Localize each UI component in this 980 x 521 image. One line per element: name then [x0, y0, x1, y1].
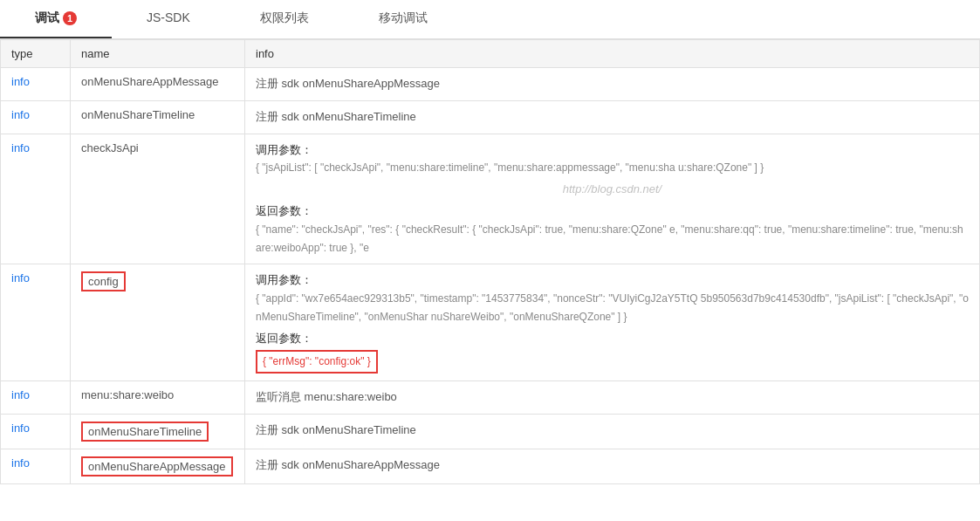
info-cell: 调用参数：{ "jsApiList": [ "checkJsApi", "men… — [245, 134, 980, 264]
info-cell: 调用参数：{ "appId": "wx7e654aec929313b5", "t… — [245, 264, 980, 380]
col-info: info — [245, 40, 980, 68]
type-cell: info — [1, 100, 71, 134]
table-header-row: type name info — [1, 40, 980, 68]
type-cell: info — [1, 264, 71, 380]
params-label: 调用参数： — [256, 143, 312, 156]
info-cell: 注册 sdk onMenuShareTimeline — [245, 414, 980, 449]
name-cell: onMenuShareTimeline — [71, 414, 245, 449]
table-row: infoonMenuShareAppMessage注册 sdk onMenuSh… — [1, 68, 980, 101]
return-highlight: { "errMsg": "config:ok" } — [256, 350, 378, 374]
col-type: type — [1, 40, 71, 68]
tab-permissions[interactable]: 权限列表 — [225, 0, 344, 38]
type-cell: info — [1, 68, 71, 101]
table-row: infocheckJsApi调用参数：{ "jsApiList": [ "che… — [1, 134, 980, 264]
name-cell: onMenuShareAppMessage — [71, 68, 245, 101]
tab-badge-debug: 1 — [63, 11, 77, 25]
return-code: { "name": "checkJsApi", "res": { "checkR… — [256, 223, 963, 254]
table-row: infoconfig调用参数：{ "appId": "wx7e654aec929… — [1, 264, 980, 380]
main-table: type name info infoonMenuShareAppMessage… — [0, 39, 980, 484]
name-cell: checkJsApi — [71, 134, 245, 264]
tab-bar: 调试1JS-SDK权限列表移动调试 — [0, 0, 980, 39]
col-name: name — [71, 40, 245, 68]
watermark: http://blog.csdn.net/ — [256, 181, 969, 199]
info-cell: 注册 sdk onMenuShareTimeline — [245, 100, 980, 134]
type-cell: info — [1, 414, 71, 449]
tab-jssdk[interactable]: JS-SDK — [112, 0, 225, 38]
tab-mobile[interactable]: 移动调试 — [344, 0, 463, 38]
tab-debug[interactable]: 调试1 — [0, 0, 112, 38]
type-cell: info — [1, 134, 71, 264]
info-cell: 注册 sdk onMenuShareAppMessage — [245, 449, 980, 483]
return-label: 返回参数： — [256, 202, 969, 221]
info-cell: 监听消息 menu:share:weibo — [245, 380, 980, 414]
name-cell: config — [71, 264, 245, 380]
name-highlight-box: onMenuShareAppMessage — [81, 456, 233, 476]
name-cell: onMenuShareAppMessage — [71, 449, 245, 483]
name-cell: menu:share:weibo — [71, 380, 245, 414]
table-row: infoonMenuShareTimeline注册 sdk onMenuShar… — [1, 414, 980, 449]
table-row: infoonMenuShareTimeline注册 sdk onMenuShar… — [1, 100, 980, 134]
name-highlight-box: onMenuShareTimeline — [81, 422, 209, 442]
table-row: infomenu:share:weibo监听消息 menu:share:weib… — [1, 380, 980, 414]
type-cell: info — [1, 380, 71, 414]
params-label: 调用参数： — [256, 273, 312, 286]
params-code: { "appId": "wx7e654aec929313b5", "timest… — [256, 292, 969, 323]
name-highlight-box: config — [81, 271, 126, 291]
type-cell: info — [1, 449, 71, 483]
return-label: 返回参数： — [256, 330, 969, 348]
name-cell: onMenuShareTimeline — [71, 100, 245, 134]
table-row: infoonMenuShareAppMessage注册 sdk onMenuSh… — [1, 449, 980, 483]
params-code: { "jsApiList": [ "checkJsApi", "menu:sha… — [256, 161, 764, 174]
info-cell: 注册 sdk onMenuShareAppMessage — [245, 68, 980, 101]
